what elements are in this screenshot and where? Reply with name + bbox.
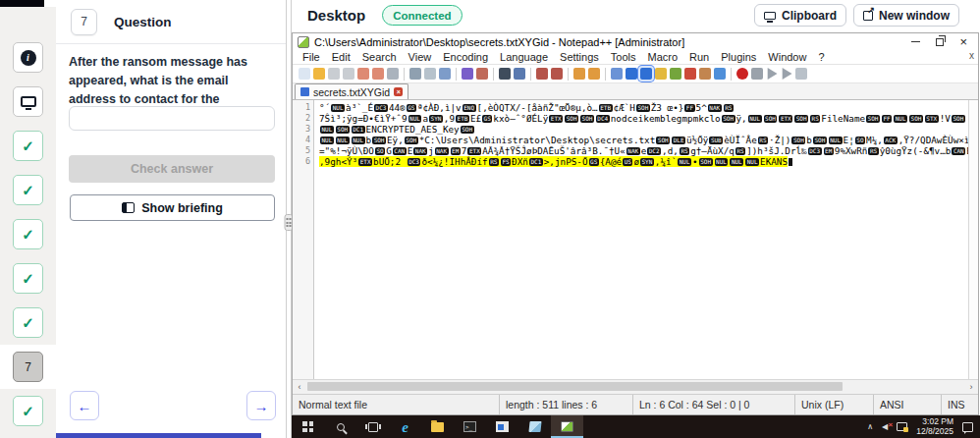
document-close-icon[interactable]: x: [969, 50, 974, 61]
notepad-title-bar[interactable]: C:\Users\Administrator\Desktop\secrets.t…: [293, 33, 978, 50]
toolbar-icon-stop-macro[interactable]: [751, 68, 763, 80]
toolbar-icon-open-file[interactable]: [313, 68, 325, 80]
toolbar-icon-sync-horizontal[interactable]: [588, 68, 600, 80]
taskbar-item-search[interactable]: [324, 415, 356, 438]
control-char-badge: FS: [501, 158, 511, 166]
toolbar-icon-zoom-in[interactable]: [536, 68, 548, 80]
toolbar-icon-function-list[interactable]: [655, 68, 667, 80]
show-briefing-button[interactable]: Show briefing: [70, 194, 275, 221]
toolbar-icon-monitoring[interactable]: [714, 68, 726, 80]
editor-horizontal-scrollbar[interactable]: ‹ ›: [293, 379, 978, 394]
editor-line-6[interactable]: 6‚9gh<Ý³ETXbUŐ;2 DC3ð<¼¿!IHhÂĐífRSFSĐXñD…: [293, 156, 968, 167]
editor-line-2[interactable]: 27Ŝì³;ÿg=Đ•€ìŸ+ˆ9NULaSYN,9ETBE£GSkxò—ˆ°Ø…: [293, 113, 968, 124]
toolbar-icon-save-all[interactable]: [343, 68, 354, 80]
sidebar-item-info[interactable]: i: [13, 42, 43, 73]
toolbar-icon-folder-as-workspace[interactable]: [699, 68, 711, 80]
taskbar-item-photos-app[interactable]: [518, 415, 551, 438]
toolbar-icon-document-list[interactable]: [684, 68, 696, 80]
new-window-button[interactable]: New window: [853, 4, 959, 27]
editor-area[interactable]: 1°´NULà³`_ÉDC344®GSª¢ÀĐ,ì|vENQ[,èÒQTX/-[…: [293, 100, 978, 379]
menu-item-settings[interactable]: Settings: [554, 51, 605, 63]
sidebar-item-question-2-complete[interactable]: ✓: [13, 175, 43, 205]
sidebar-item-question-3-complete[interactable]: ✓: [13, 219, 43, 249]
toolbar-icon-indent-guide[interactable]: [640, 68, 652, 80]
toolbar-icon-record-macro[interactable]: [736, 68, 748, 80]
scroll-right-icon[interactable]: ›: [964, 380, 978, 394]
scroll-left-icon[interactable]: ‹: [293, 380, 306, 394]
sidebar-item-question-5-complete[interactable]: ✓: [13, 307, 43, 338]
control-char-badge: DC2: [647, 147, 661, 155]
taskbar-item-notepad-plus-plus[interactable]: [551, 415, 583, 438]
menu-item-view[interactable]: View: [403, 51, 438, 63]
menu-item-macro[interactable]: Macro: [641, 51, 683, 63]
toolbar-icon-show-all-characters[interactable]: [626, 68, 637, 80]
toolbar-icon-run-macro-multiple[interactable]: [781, 68, 792, 80]
horizontal-scroll-thumb[interactable]: [307, 382, 843, 391]
toolbar-icon-save[interactable]: [328, 68, 340, 80]
taskbar-item-command-prompt[interactable]: >_: [454, 415, 486, 438]
previous-question-button[interactable]: ←: [70, 391, 99, 420]
sidebar-item-question-8-complete[interactable]: ✓: [13, 396, 43, 426]
sidebar-item-desktop-view[interactable]: [13, 86, 43, 117]
toolbar-icon-new-file[interactable]: [299, 68, 310, 80]
taskbar-item-start[interactable]: [292, 415, 324, 438]
toolbar-icon-cut[interactable]: [409, 68, 421, 80]
toolbar-icon-replace[interactable]: [514, 68, 525, 80]
menu-item-run[interactable]: Run: [683, 51, 715, 63]
toolbar-icon-document-map[interactable]: [670, 68, 681, 80]
tab-secrets-file[interactable]: secrets.txtXYGid ×: [295, 83, 408, 99]
taskbar-item-file-explorer[interactable]: [421, 415, 454, 438]
editor-line-4[interactable]: 4NULNULNULbSOHEÿ‚SOH*C:\Users\Administra…: [293, 135, 968, 145]
toolbar-icon-find[interactable]: [499, 68, 511, 80]
close-icon[interactable]: ×: [959, 37, 967, 47]
start-icon: [302, 421, 313, 432]
volume-muted-icon[interactable]: ◀: [882, 423, 888, 431]
info-icon: i: [21, 50, 36, 66]
toolbar-icon-close-all[interactable]: [372, 68, 384, 80]
new-window-label: New window: [879, 9, 950, 23]
toolbar-icon-print[interactable]: [387, 68, 399, 80]
menu-item-window[interactable]: Window: [762, 51, 812, 63]
clipboard-button[interactable]: Clipboard: [754, 4, 846, 27]
check-answer-button[interactable]: Check answer: [69, 155, 275, 183]
toolbar-separator: [404, 68, 405, 81]
answer-input[interactable]: [69, 106, 275, 131]
editor-line-5[interactable]: 5="%!¬ÿÙ\ĐOSOGCANENAKjNAKEM7ETXAÃ¾Ã†ŸŠĴø…: [293, 145, 968, 156]
toolbar-icon-copy[interactable]: [424, 68, 436, 80]
menu-item-language[interactable]: Language: [494, 51, 554, 63]
toolbar-icon-close[interactable]: [357, 68, 369, 80]
toolbar-icon-undo[interactable]: [462, 68, 473, 80]
menu-item-edit[interactable]: Edit: [326, 51, 356, 63]
action-center-icon[interactable]: [962, 422, 973, 432]
taskbar-item-internet-explorer[interactable]: e: [389, 415, 421, 438]
toolbar-icon-paste[interactable]: [439, 68, 451, 80]
control-char-badge: RS: [489, 158, 499, 166]
next-question-button[interactable]: →: [246, 391, 276, 420]
taskbar-clock[interactable]: 3:02 PM12/8/2025: [916, 417, 953, 436]
menu-item-tools[interactable]: Tools: [605, 51, 642, 63]
toolbar-icon-play-macro[interactable]: [766, 68, 778, 80]
toolbar-icon-save-macro[interactable]: [795, 68, 807, 80]
restore-icon[interactable]: [936, 38, 944, 46]
tab-close-icon[interactable]: ×: [394, 87, 403, 96]
sidebar-item-question-4-complete[interactable]: ✓: [13, 263, 43, 294]
menu-item-help[interactable]: ?: [812, 51, 830, 63]
editor-line-3[interactable]: 3NULSOHDC1ENCRYPTED_AES_KeySOH: [293, 124, 968, 135]
menu-item-file[interactable]: File: [297, 51, 326, 63]
network-status-icon[interactable]: [897, 422, 907, 431]
toolbar-icon-word-wrap[interactable]: [611, 68, 623, 80]
taskbar-item-remote-app[interactable]: [486, 415, 518, 438]
toolbar-icon-redo[interactable]: [476, 68, 488, 80]
menu-item-plugins[interactable]: Plugins: [715, 51, 762, 63]
sidebar-item-question-7-current[interactable]: 7: [13, 352, 43, 382]
editor-line-1[interactable]: 1°´NULà³`_ÉDC344®GSª¢ÀĐ,ì|vENQ[,èÒQTX/-[…: [293, 102, 968, 113]
toolbar-icon-zoom-out[interactable]: [551, 68, 563, 80]
toolbar-icon-sync-vertical[interactable]: [573, 68, 585, 80]
editor-vertical-scrollbar[interactable]: [968, 100, 978, 379]
menu-item-encoding[interactable]: Encoding: [437, 51, 494, 63]
menu-item-search[interactable]: Search: [356, 51, 403, 63]
chevron-up-icon[interactable]: ∧: [867, 423, 873, 431]
sidebar-item-question-1-complete[interactable]: ✓: [13, 131, 43, 161]
minimize-icon[interactable]: [911, 41, 920, 43]
taskbar-item-task-view[interactable]: [356, 415, 389, 438]
